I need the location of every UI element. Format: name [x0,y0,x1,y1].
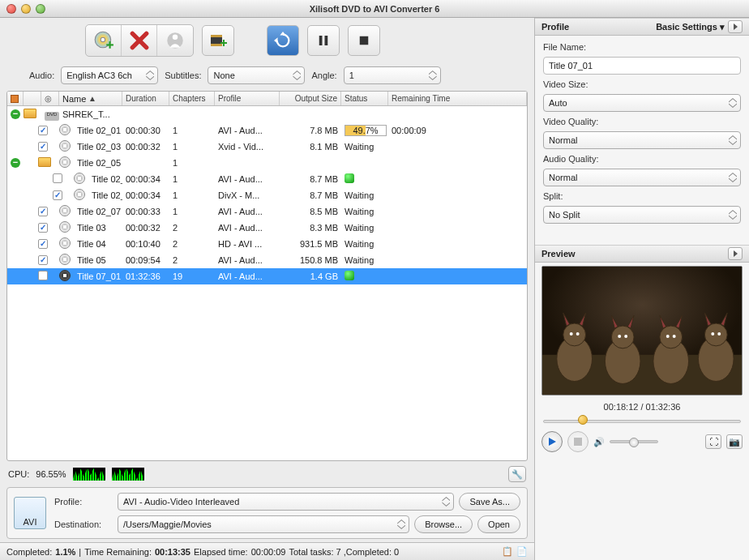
videosize-select[interactable]: Auto [543,94,741,112]
disc-icon [59,124,71,135]
profile-panel-header: Profile Basic Settings ▾ [535,18,749,36]
table-row[interactable]: Title 02_0100:00:301AVI - Aud...7.8 MB49… [7,122,527,139]
checkbox[interactable] [53,190,62,200]
svg-point-21 [660,326,683,348]
svg-point-19 [611,326,634,348]
volume-icon[interactable]: 🔊 [593,437,605,447]
svg-rect-10 [223,40,225,46]
table-row[interactable]: Title 0500:09:542AVI - Aud...150.8 MBWai… [7,252,527,268]
svg-point-23 [704,323,727,346]
stop-button[interactable] [348,25,380,56]
audio-select[interactable]: English AC3 6ch [61,66,158,84]
preview-expand-button[interactable] [728,247,743,260]
audioquality-select[interactable]: Normal [543,169,741,186]
audioquality-label: Audio Quality: [543,154,741,164]
browse-button[interactable]: Browse... [414,515,473,533]
svg-rect-3 [109,41,110,49]
cpu-label: CPU: [8,469,29,479]
preview-controls: 🔊 ⛶ 📷 [535,426,749,457]
remove-button[interactable] [122,25,157,56]
svg-point-24 [570,332,573,336]
svg-point-5 [173,34,178,40]
col-output[interactable]: Output Size [280,92,341,105]
destination-select[interactable]: /Users/Maggie/Movies [118,515,409,533]
volume-slider[interactable] [610,440,658,443]
edit-button[interactable] [202,25,234,56]
audio-label: Audio: [29,71,54,80]
checkbox[interactable] [38,223,48,233]
table-row[interactable]: Title 07_0101:32:3619AVI - Aud...1.4 GB [7,268,527,284]
col-profile[interactable]: Profile [215,92,280,105]
settings-mode-select[interactable]: Basic Settings ▾ [656,22,725,32]
convert-button[interactable] [267,25,299,56]
play-button[interactable] [541,431,563,452]
col-check[interactable] [24,92,41,105]
collapse-icon[interactable]: − [11,158,20,168]
table-row[interactable]: Title 02_...00:00:341DivX - M...8.7 MBWa… [7,187,527,203]
filename-input[interactable]: Title 07_01 [543,57,741,75]
videosize-label: Video Size: [543,79,741,89]
stop-preview-button[interactable] [567,431,588,452]
checkbox[interactable] [38,142,48,152]
folder-icon [24,109,36,118]
titlebar: Xilisoft DVD to AVI Converter 6 [0,0,749,18]
window-title: Xilisoft DVD to AVI Converter 6 [0,4,749,14]
disc-icon [74,173,85,184]
checkbox[interactable] [38,207,48,216]
videoquality-label: Video Quality: [543,117,741,126]
col-icon[interactable]: ◎ [41,92,59,105]
table-row[interactable]: Title 0300:00:322AVI - Aud...8.3 MBWaiti… [7,220,527,236]
destination-label: Destination: [54,519,113,529]
table-row[interactable]: Title 02_0700:00:331AVI - Aud...8.5 MBWa… [7,203,527,220]
log-icon[interactable]: 📋 [502,546,513,557]
table-row[interactable]: −DVDSHREK_T... [7,106,527,122]
table-row[interactable]: Title 02_...00:00:341AVI - Aud...8.7 MB [7,171,527,187]
checkbox[interactable] [38,255,48,265]
preview-panel-header: Preview [535,245,749,263]
fullscreen-icon[interactable]: ⛶ [705,434,721,449]
checkbox[interactable] [38,239,48,249]
report-icon[interactable]: 📄 [516,546,528,557]
table-row[interactable]: Title 0400:10:402HD - AVI ...931.5 MBWai… [7,236,527,252]
col-expand[interactable] [7,92,24,105]
preview-video[interactable] [541,266,743,395]
disc-icon [74,189,85,200]
angle-label: Angle: [311,71,336,80]
checkbox[interactable] [53,173,62,183]
settings-button[interactable]: 🔧 [508,466,526,482]
col-status[interactable]: Status [341,92,388,105]
subtitles-select[interactable]: None [208,66,305,84]
videoquality-select[interactable]: Normal [543,131,741,149]
pause-button[interactable] [307,25,340,56]
col-duration[interactable]: Duration [122,92,169,105]
status-bar: Completed: 1.1% | Time Remaining: 00:13:… [0,542,534,560]
collapse-icon[interactable]: − [11,109,20,119]
svg-point-25 [576,332,580,336]
seek-slider[interactable] [535,415,749,426]
checkbox[interactable] [38,271,48,280]
snapshot-icon[interactable]: 📷 [726,434,743,449]
disc-icon [59,221,71,233]
svg-point-30 [711,332,714,336]
split-select[interactable]: No Split [543,206,741,224]
filename-label: File Name: [543,42,741,52]
source-options-row: Audio: English AC3 6ch Subtitles: None A… [0,63,534,88]
cpu-graph-icon [112,468,144,481]
table-row[interactable]: Title 02_0300:00:321Xvid - Vid...8.1 MBW… [7,139,527,155]
angle-select[interactable]: 1 [344,66,441,84]
col-name[interactable]: Name ▲ [59,92,122,105]
clear-button[interactable] [157,25,193,56]
save-as-button[interactable]: Save As... [459,493,520,511]
svg-point-17 [563,323,586,346]
disc-icon [59,205,71,216]
disc-icon [59,156,71,168]
profile-expand-button[interactable] [728,20,743,33]
checkbox[interactable] [38,126,48,135]
profile-select[interactable]: AVI - Audio-Video Interleaved [118,493,454,511]
svg-point-31 [717,332,721,336]
col-remaining[interactable]: Remaining Time [388,92,527,105]
add-disc-button[interactable] [86,25,122,56]
col-chapters[interactable]: Chapters [169,92,215,105]
open-button[interactable]: Open [477,515,520,533]
table-row[interactable]: −Title 02_051 [7,155,527,171]
